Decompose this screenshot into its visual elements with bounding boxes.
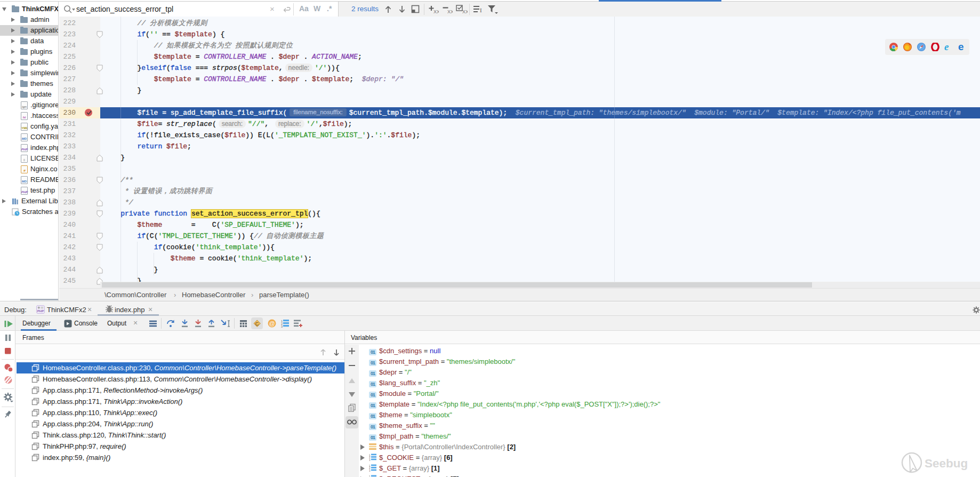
svg-text:PHP: PHP [37, 309, 44, 313]
svg-text:I: I [480, 7, 482, 13]
svg-text:XX: XX [433, 9, 439, 14]
svg-text:3: 3 [281, 325, 283, 328]
svg-text:Seebug: Seebug [925, 457, 968, 470]
svg-text:XX: XX [462, 9, 468, 14]
svg-text:@: @ [269, 320, 275, 327]
svg-text:3: 3 [369, 470, 371, 472]
svg-text:C: C [255, 321, 259, 327]
svg-text:XX: XX [447, 9, 453, 14]
svg-text:1: 1 [369, 475, 371, 477]
svg-text:3: 3 [369, 459, 371, 462]
